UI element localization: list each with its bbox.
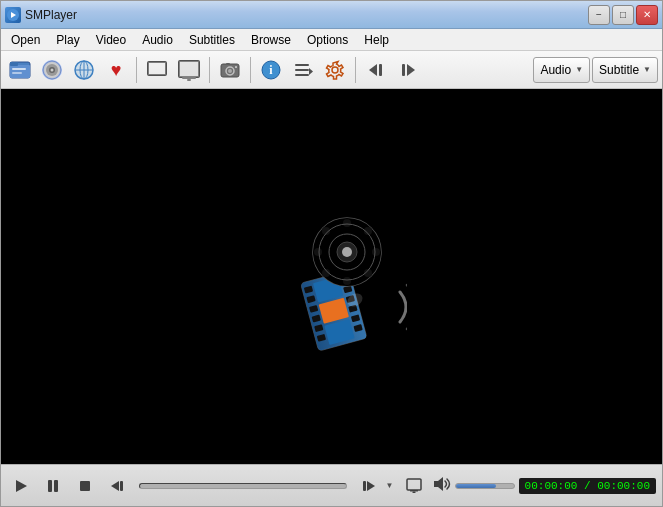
subtitle-dropdown-label: Subtitle: [599, 63, 639, 77]
maximize-button[interactable]: □: [612, 5, 634, 25]
playlist-button[interactable]: [288, 55, 318, 85]
svg-rect-27: [235, 66, 237, 68]
app-icon: [5, 7, 21, 23]
progress-bar[interactable]: [139, 483, 347, 489]
svg-rect-86: [407, 479, 421, 490]
toolbar-separator-3: [250, 57, 251, 83]
svg-marker-34: [309, 68, 313, 75]
svg-rect-26: [226, 63, 230, 65]
svg-point-60: [342, 247, 352, 257]
seek-back-button[interactable]: [103, 472, 131, 500]
svg-rect-31: [295, 64, 309, 66]
minimize-button[interactable]: −: [588, 5, 610, 25]
seek-forward-dropdown[interactable]: ▼: [383, 479, 397, 493]
seek-back-group: [103, 472, 131, 500]
svg-point-25: [228, 69, 232, 73]
svg-rect-79: [48, 480, 52, 492]
audio-dropdown-label: Audio: [540, 63, 571, 77]
toolbar-separator-2: [209, 57, 210, 83]
next-chapter-button[interactable]: [393, 55, 423, 85]
svg-marker-78: [16, 480, 27, 492]
svg-point-63: [314, 248, 322, 256]
menu-browse[interactable]: Browse: [243, 31, 299, 49]
svg-rect-39: [402, 64, 405, 76]
volume-fill: [456, 484, 497, 488]
svg-rect-21: [182, 77, 196, 79]
fullscreen-view-button[interactable]: [174, 55, 204, 85]
close-button[interactable]: ✕: [636, 5, 658, 25]
svg-rect-4: [10, 62, 18, 66]
svg-point-10: [51, 68, 54, 71]
menu-help[interactable]: Help: [356, 31, 397, 49]
smplayer-logo: [257, 202, 407, 352]
control-bar: ▼ 00:00:00 / 00:00:00: [1, 464, 662, 506]
svg-rect-18: [148, 62, 166, 75]
svg-point-61: [343, 219, 351, 227]
normal-view-button[interactable]: [142, 55, 172, 85]
menu-audio[interactable]: Audio: [134, 31, 181, 49]
title-bar: SMPlayer − □ ✕: [1, 1, 662, 29]
svg-rect-80: [54, 480, 58, 492]
volume-icon-area[interactable]: [431, 474, 451, 497]
play-button[interactable]: [7, 472, 35, 500]
audio-dropdown[interactable]: Audio ▼: [533, 57, 590, 83]
svg-rect-5: [12, 68, 26, 70]
menu-bar: Open Play Video Audio Subtitles Browse O…: [1, 29, 662, 51]
svg-rect-37: [379, 64, 382, 76]
svg-marker-38: [407, 64, 415, 76]
svg-marker-36: [369, 64, 377, 76]
menu-video[interactable]: Video: [88, 31, 134, 49]
dvd-button[interactable]: [37, 55, 67, 85]
toolbar-separator-1: [136, 57, 137, 83]
svg-rect-85: [363, 481, 366, 491]
svg-rect-88: [412, 491, 415, 493]
svg-point-62: [343, 277, 351, 285]
svg-rect-81: [80, 481, 90, 491]
svg-rect-6: [12, 72, 22, 74]
menu-subtitles[interactable]: Subtitles: [181, 31, 243, 49]
window-title: SMPlayer: [25, 8, 588, 22]
svg-rect-33: [295, 74, 309, 76]
stop-button[interactable]: [71, 472, 99, 500]
toolbar: ♥: [1, 51, 662, 89]
svg-marker-84: [367, 481, 375, 491]
pause-button[interactable]: [39, 472, 67, 500]
svg-marker-89: [434, 477, 443, 491]
url-button[interactable]: [69, 55, 99, 85]
svg-rect-20: [179, 61, 199, 77]
volume-slider[interactable]: [455, 483, 515, 489]
svg-point-35: [332, 67, 338, 73]
svg-rect-83: [120, 481, 123, 491]
favorites-button[interactable]: ♥: [101, 55, 131, 85]
toolbar-separator-4: [355, 57, 356, 83]
video-area[interactable]: [1, 89, 662, 464]
svg-point-64: [372, 248, 380, 256]
screenshot-button[interactable]: [215, 55, 245, 85]
subtitle-dropdown-arrow: ▼: [643, 65, 651, 74]
prev-chapter-button[interactable]: [361, 55, 391, 85]
svg-rect-87: [410, 490, 418, 492]
subtitle-dropdown[interactable]: Subtitle ▼: [592, 57, 658, 83]
menu-options[interactable]: Options: [299, 31, 356, 49]
fullscreen-control-button[interactable]: [401, 473, 427, 499]
open-button[interactable]: [5, 55, 35, 85]
seek-forward-button[interactable]: [355, 472, 383, 500]
preferences-button[interactable]: [320, 55, 350, 85]
svg-rect-22: [187, 79, 191, 81]
menu-play[interactable]: Play: [48, 31, 87, 49]
app-window: SMPlayer − □ ✕ Open Play Video Audio Sub…: [0, 0, 663, 507]
info-button[interactable]: i: [256, 55, 286, 85]
window-controls: − □ ✕: [588, 5, 658, 25]
heart-icon: ♥: [111, 59, 122, 81]
svg-rect-3: [10, 65, 30, 78]
time-display: 00:00:00 / 00:00:00: [519, 478, 656, 494]
svg-marker-82: [111, 481, 119, 491]
audio-dropdown-arrow: ▼: [575, 65, 583, 74]
menu-open[interactable]: Open: [3, 31, 48, 49]
seek-forward-group: ▼: [355, 472, 397, 500]
svg-rect-32: [295, 69, 309, 71]
